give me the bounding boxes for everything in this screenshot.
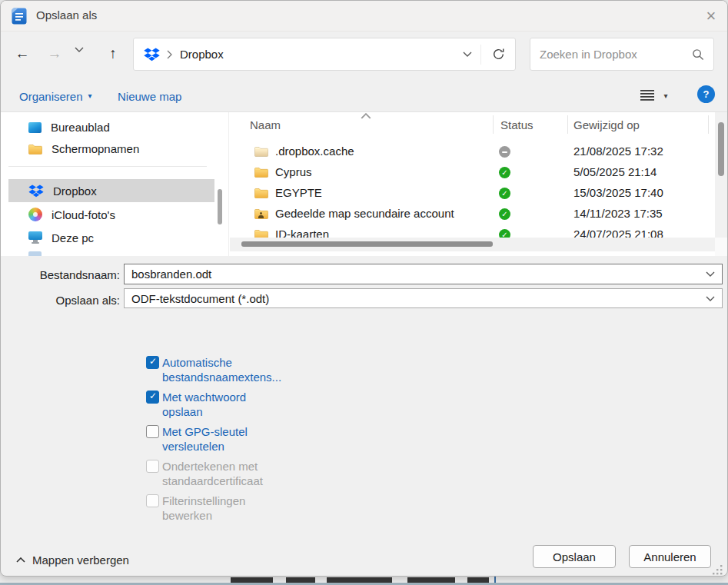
refresh-button[interactable]	[481, 38, 515, 70]
back-button[interactable]: ←	[10, 41, 35, 67]
option-label: Ondertekenen met standaardcertificaat	[162, 459, 276, 488]
hide-folders-label: Mappen verbergen	[32, 553, 129, 567]
folder-icon	[254, 146, 268, 157]
file-row[interactable]: Cyprus 5/05/2025 21:14	[231, 162, 715, 183]
option-label: Filterinstellingen bewerken	[162, 494, 276, 523]
sidebar-item-icloud-fotos[interactable]: iCloud-foto's	[8, 203, 214, 226]
writer-document-icon	[12, 8, 27, 25]
horizontal-scrollbar-thumb[interactable]	[241, 241, 493, 247]
filename-input[interactable]	[131, 268, 700, 281]
checkbox	[146, 494, 159, 507]
file-row[interactable]: .dropbox.cache 21/08/2025 17:32	[231, 141, 715, 162]
file-modified-date: 5/05/2025 21:14	[573, 165, 657, 178]
view-mode-dropdown[interactable]: ▾	[659, 87, 673, 104]
cancel-button-label: Annuleren	[643, 550, 696, 563]
address-bar[interactable]: Dropbox	[133, 38, 516, 71]
option-encrypt-gpg-key: Met GPG-sleutel versleutelen	[146, 424, 284, 454]
chevron-down-icon	[706, 271, 715, 277]
option-save-with-password: Met wachtwoord opslaan	[146, 390, 284, 419]
sidebar-item-bureaublad[interactable]: Bureaublad	[8, 116, 214, 138]
column-header-status[interactable]: Status	[500, 118, 534, 131]
view-mode-button[interactable]	[637, 87, 657, 104]
resize-grip[interactable]	[713, 565, 723, 575]
recent-locations-button[interactable]	[75, 47, 91, 61]
sync-status-icon	[499, 188, 510, 199]
folder-icon	[254, 167, 268, 178]
checkbox[interactable]	[146, 425, 159, 438]
pane-divider	[228, 112, 229, 256]
column-divider[interactable]	[567, 115, 568, 134]
refresh-icon	[492, 48, 505, 61]
sidebar-item-label: Dropbox	[53, 184, 97, 198]
sidebar-item-deze-pc[interactable]: Deze pc	[8, 226, 214, 249]
icloud-photos-icon	[28, 208, 42, 221]
filename-combobox[interactable]	[124, 264, 723, 284]
new-folder-button[interactable]: Nieuwe map	[118, 88, 181, 105]
column-divider[interactable]	[493, 115, 494, 134]
chevron-down-icon	[463, 52, 472, 57]
file-modified-date: 21/08/2025 17:32	[573, 145, 663, 158]
column-divider[interactable]	[708, 115, 709, 134]
cancel-button[interactable]: Annuleren	[629, 545, 711, 568]
scrollbar-corner	[715, 238, 727, 256]
search-input[interactable]	[540, 48, 687, 61]
hide-folders-button[interactable]: Mappen verbergen	[16, 551, 129, 568]
file-name: Cyprus	[275, 165, 312, 178]
search-box[interactable]	[530, 38, 714, 71]
file-row[interactable]: EGYPTE 15/03/2025 17:40	[231, 183, 715, 204]
horizontal-scrollbar[interactable]	[230, 238, 715, 251]
option-label[interactable]: Met GPG-sleutel versleutelen	[162, 424, 276, 454]
folder-icon	[28, 144, 42, 155]
sidebar-item-schermopnamen[interactable]: Schermopnamen	[8, 138, 214, 160]
background-text-fragment	[327, 577, 392, 583]
up-button[interactable]: ↑	[101, 41, 125, 67]
filetype-label: Opslaan als:	[24, 294, 120, 307]
dropbox-icon	[144, 48, 160, 61]
folder-icon	[254, 188, 268, 198]
title-bar: Opslaan als ×	[1, 1, 727, 32]
sync-status-icon	[499, 167, 510, 178]
option-label[interactable]: Met wachtwoord opslaan	[162, 390, 276, 419]
background-text-fragment	[286, 577, 315, 583]
search-icon	[692, 48, 704, 61]
breadcrumb-chevron-icon	[167, 50, 172, 59]
back-icon: ←	[15, 45, 30, 62]
list-view-icon	[640, 89, 655, 101]
sidebar-divider	[8, 166, 207, 167]
column-header-name[interactable]: Naam	[250, 118, 281, 131]
filetype-combobox[interactable]: ODF-tekstdocument (*.odt)	[124, 288, 723, 308]
column-header-modified[interactable]: Gewijzigd op	[573, 118, 640, 131]
close-button[interactable]: ×	[699, 5, 723, 28]
option-edit-filter-settings: Filterinstellingen bewerken	[146, 494, 284, 523]
sidebar-scrollbar-thumb[interactable]	[218, 189, 222, 224]
checkbox[interactable]	[146, 391, 159, 404]
filename-label: Bestandsnaam:	[24, 268, 120, 281]
caret-down-icon: ▾	[663, 91, 667, 100]
breadcrumb-location[interactable]: Dropbox	[180, 48, 224, 61]
organize-menu-button[interactable]: Organiseren ▾	[19, 88, 92, 105]
checkbox[interactable]	[146, 356, 159, 369]
sidebar-item-dropbox[interactable]: Dropbox	[8, 179, 214, 202]
chevron-up-icon	[16, 557, 25, 563]
sidebar-item-label: iCloud-foto's	[52, 208, 115, 221]
chevron-down-icon	[706, 296, 715, 301]
sync-status-icon	[499, 146, 510, 158]
file-row[interactable]: Gedeelde map secundaire account 14/11/20…	[231, 204, 715, 224]
save-button[interactable]: Opslaan	[533, 545, 616, 568]
forward-icon: →	[48, 45, 62, 62]
file-name: .dropbox.cache	[275, 145, 354, 158]
shared-badge-icon	[258, 212, 264, 218]
vertical-scrollbar[interactable]	[715, 112, 727, 238]
up-icon: ↑	[109, 45, 117, 62]
close-icon: ×	[706, 6, 716, 26]
option-label[interactable]: Automatische bestandsnaamextens...	[162, 355, 276, 384]
option-sign-default-certificate: Ondertekenen met standaardcertificaat	[146, 459, 284, 488]
vertical-scrollbar-thumb[interactable]	[718, 122, 724, 176]
sidebar-item-label: Schermopnamen	[52, 142, 139, 155]
help-button[interactable]: ?	[697, 85, 715, 103]
background-text-fragment	[467, 577, 489, 583]
save-as-dialog: Opslaan als × ← → ↑ Dropbox Organiseren	[0, 0, 728, 577]
dropbox-icon	[28, 184, 44, 198]
file-modified-date: 14/11/2023 17:35	[573, 207, 663, 220]
address-dropdown-button[interactable]	[454, 38, 480, 70]
